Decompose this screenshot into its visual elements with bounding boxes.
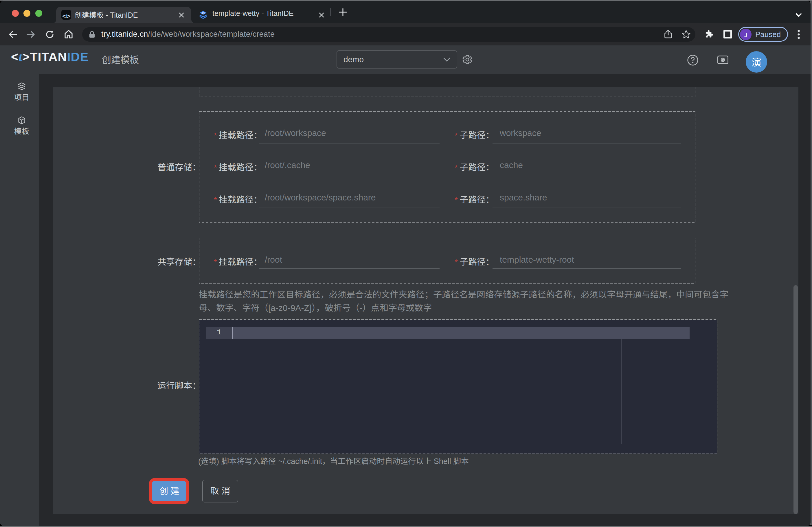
svg-text:</>: </> [201, 12, 205, 14]
